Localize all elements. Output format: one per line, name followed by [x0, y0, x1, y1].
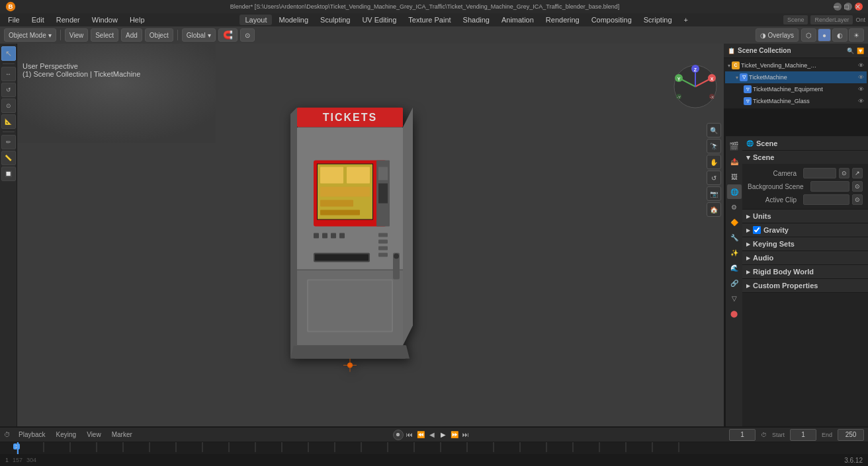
visibility-icon-root[interactable]: 👁 [858, 62, 864, 69]
outliner-item-glass[interactable]: ▽ TicketMachine_Glass 👁 [725, 95, 867, 107]
rotate-tool-btn[interactable]: ↺ [1, 83, 16, 97]
prop-icon-data[interactable]: ▽ [727, 291, 742, 305]
select-btn[interactable]: Select [91, 28, 118, 42]
prop-icon-scene[interactable]: 🌐 [727, 184, 742, 199]
scene-section-header[interactable]: ▾ Scene [742, 151, 868, 164]
material-mode-btn[interactable]: ◐ [832, 28, 847, 42]
outliner-item-equipment[interactable]: ▽ TicketMachine_Equipment 👁 [725, 83, 867, 95]
transform-tool-btn[interactable]: 📐 [1, 114, 16, 129]
play-reverse-btn[interactable]: ◀ [427, 430, 437, 440]
close-button[interactable]: ✕ [855, 3, 863, 11]
maximize-button[interactable]: □ [844, 3, 852, 11]
workspace-tab-texture-paint[interactable]: Texture Paint [403, 15, 456, 25]
orbit-btn[interactable]: ↺ [707, 171, 721, 185]
workspace-tab-sculpting[interactable]: Sculpting [315, 15, 355, 25]
viewport[interactable]: TICKETS [17, 44, 724, 426]
render-mode-btn[interactable]: ☀ [849, 28, 864, 42]
bg-scene-pick-btn[interactable]: ⊙ [852, 181, 863, 192]
add-cube-btn[interactable]: 🔲 [1, 167, 16, 181]
outliner-item-ticketmachine[interactable]: ▾ ▽ TicketMachine 👁 [725, 71, 867, 83]
pan-btn[interactable]: ✋ [707, 155, 721, 169]
add-btn[interactable]: Add [121, 28, 142, 42]
solid-mode-btn[interactable]: ● [818, 28, 831, 42]
workspace-tab-layout[interactable]: Layout [239, 15, 272, 25]
select-tool-btn[interactable]: ↖ [1, 46, 16, 61]
move-tool-btn[interactable]: ↔ [1, 67, 16, 81]
toggle-view-btn[interactable]: 📷 [707, 186, 721, 201]
workspace-tab-uv-editing[interactable]: UV Editing [357, 15, 402, 25]
outliner-filter-icon[interactable]: 🔽 [857, 48, 864, 54]
play-btn[interactable]: ▶ [438, 430, 449, 440]
zoom-in-btn[interactable]: 🔍 [707, 123, 721, 137]
outliner-search-icon[interactable]: 🔍 [847, 48, 854, 54]
prop-icon-material[interactable]: ⬤ [727, 306, 742, 321]
step-back-btn[interactable]: ⏪ [415, 430, 426, 440]
workspace-tab-scripting[interactable]: Scripting [638, 15, 677, 25]
menu-item-file[interactable]: File [3, 15, 25, 25]
annotate-tool-btn[interactable]: ✏ [1, 135, 16, 149]
menu-item-window[interactable]: Window [87, 15, 123, 25]
keying-sets-header[interactable]: ▸ Keying Sets [742, 237, 868, 251]
visibility-icon-gl[interactable]: 👁 [858, 98, 864, 104]
workspace-tab-compositing[interactable]: Compositing [586, 15, 637, 25]
prop-icon-particles[interactable]: ✨ [727, 245, 742, 260]
object-mode-dropdown[interactable]: Object Mode ▾ [4, 28, 56, 42]
prop-icon-constraints[interactable]: 🔗 [727, 276, 742, 290]
render-layer-selector[interactable]: RenderLayer [810, 15, 853, 24]
view-btn[interactable]: View [65, 28, 89, 42]
menu-item-help[interactable]: Help [124, 15, 150, 25]
visibility-icon-eq[interactable]: 👁 [858, 86, 864, 93]
active-clip-value[interactable] [803, 194, 849, 205]
visibility-icon-tm[interactable]: 👁 [858, 74, 864, 81]
navigation-gizmo[interactable]: X Y Z -X -Y [672, 63, 718, 110]
units-section-header[interactable]: ▸ Units [742, 210, 868, 223]
prop-icon-view[interactable]: 🖼 [727, 169, 742, 184]
camera-link-btn[interactable]: ↗ [852, 168, 863, 178]
active-clip-pick-btn[interactable]: ⊙ [852, 194, 863, 205]
prop-icon-modifier[interactable]: 🔧 [727, 230, 742, 245]
gravity-section-header[interactable]: ▸ Gravity [742, 223, 868, 237]
menu-item-render[interactable]: Render [51, 15, 85, 25]
camera-value[interactable] [803, 168, 836, 178]
gravity-checkbox[interactable] [753, 226, 761, 234]
wire-mode-btn[interactable]: ⬡ [801, 28, 816, 42]
jump-start-btn[interactable]: ⏮ [404, 430, 415, 440]
minimize-button[interactable]: ─ [834, 3, 842, 11]
prop-icon-physics[interactable]: 🌊 [727, 260, 742, 275]
viewport-overlays-btn[interactable]: ◑ Overlays [756, 28, 799, 42]
measure-tool-btn[interactable]: 📏 [1, 151, 16, 165]
workspace-tab-rendering[interactable]: Rendering [541, 15, 585, 25]
prop-icon-world[interactable]: ⚙ [727, 200, 742, 214]
zoom-out-btn[interactable]: 🔭 [707, 139, 721, 153]
rigid-body-header[interactable]: ▸ Rigid Body World [742, 265, 868, 278]
step-fwd-btn[interactable]: ⏩ [449, 430, 460, 440]
menu-item-edit[interactable]: Edit [26, 15, 50, 25]
jump-end-btn[interactable]: ⏭ [460, 430, 471, 440]
audio-section-header[interactable]: ▸ Audio [742, 251, 868, 264]
prop-icon-object[interactable]: 🔶 [727, 215, 742, 229]
toggle-view-btn-2[interactable]: 🏠 [707, 202, 721, 217]
object-btn[interactable]: Object [145, 28, 173, 42]
proportional-edit-btn[interactable]: ⊙ [240, 28, 255, 42]
scene-selector[interactable]: Scene [783, 15, 808, 24]
playback-label[interactable]: Playback [16, 431, 48, 438]
workspace-tab-animation[interactable]: Animation [496, 15, 539, 25]
global-dropdown[interactable]: Global ▾ [182, 28, 216, 42]
prop-icon-render[interactable]: 🎬 [727, 139, 742, 153]
end-frame-input[interactable]: 250 [838, 429, 864, 441]
bg-scene-value[interactable] [810, 181, 849, 192]
marker-label[interactable]: Marker [109, 431, 135, 438]
workspace-tab-modeling[interactable]: Modeling [273, 15, 314, 25]
keying-label[interactable]: Keying [54, 431, 79, 438]
current-frame-display[interactable]: 1 [729, 429, 756, 441]
start-frame-input[interactable]: 1 [790, 429, 816, 441]
scale-tool-btn[interactable]: ⊙ [1, 98, 16, 113]
workspace-tab-add[interactable]: + [679, 15, 693, 25]
custom-props-header[interactable]: ▸ Custom Properties [742, 279, 868, 292]
snap-magnet-btn[interactable]: 🧲 [218, 28, 238, 42]
camera-pick-btn[interactable]: ⊙ [839, 168, 849, 178]
outliner-item-root[interactable]: ▾ C Ticket_Vending_Machine_Grey_ICA_Tra…… [725, 59, 867, 71]
record-btn[interactable]: ⏺ [393, 430, 404, 440]
prop-icon-output[interactable]: 📤 [727, 154, 742, 169]
window-controls[interactable]: ─ □ ✕ [834, 3, 863, 11]
